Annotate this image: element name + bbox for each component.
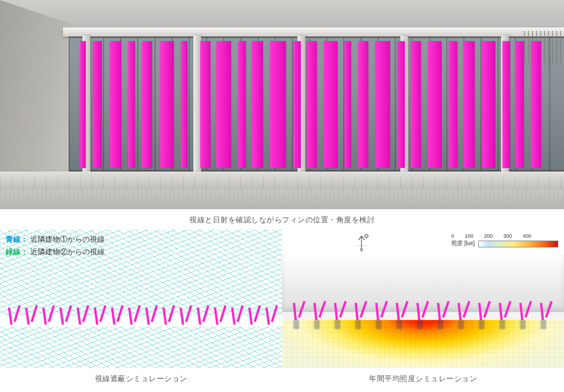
svg-line-10 (367, 234, 368, 235)
fin (293, 41, 301, 168)
plan-fin (231, 307, 236, 325)
fin (160, 41, 174, 168)
fin (80, 41, 86, 168)
fin-shadow (355, 320, 361, 329)
plan-fin (145, 307, 150, 325)
fin-shadow (520, 320, 526, 329)
fin-shadow (335, 320, 340, 329)
fin (128, 41, 135, 168)
lux-color-scale (478, 241, 558, 247)
plan-fin (416, 303, 420, 320)
sightline-caption: 視線遮蔽シミュレーション (0, 368, 282, 389)
plan-fin (519, 303, 523, 320)
fin (344, 41, 351, 168)
plan-fin (111, 307, 116, 325)
plan-fin (396, 303, 400, 320)
fin-shadow (458, 320, 464, 329)
legend-blue-label: 青線： (6, 235, 28, 243)
fin (515, 41, 524, 168)
fin (358, 41, 368, 168)
fin (375, 41, 390, 168)
fin-shadow (438, 320, 443, 329)
plan-fin (540, 303, 544, 320)
fascia (63, 27, 564, 37)
fin-shadow (417, 320, 423, 329)
svg-line-8 (367, 237, 368, 238)
lux-tick: 300 (503, 233, 512, 239)
fin (482, 41, 495, 168)
fin (110, 41, 121, 168)
fin (238, 41, 246, 168)
fin (142, 41, 152, 168)
fin-shadow (376, 320, 382, 329)
plan-fin (437, 303, 441, 320)
fin-shadow (396, 320, 402, 329)
plan-fin (59, 307, 64, 325)
top-caption: 視線と日射を確認しながらフィンの位置・角度を検討 (0, 209, 564, 230)
plan-fin (214, 307, 219, 325)
facade-render (0, 0, 564, 209)
plan-fin (293, 303, 297, 320)
legend-blue-text: 近隣建物①からの視線 (30, 235, 105, 243)
fin (93, 41, 102, 168)
fin (463, 41, 475, 168)
compass-letter: N (360, 248, 363, 252)
fin (397, 41, 405, 168)
fin (181, 41, 188, 168)
plan-fin (42, 307, 47, 325)
plan-fin (197, 307, 201, 325)
simulation-row: 青線： 近隣建物①からの視線 緑線： 近隣建物②からの視線 N (0, 230, 564, 368)
legend-green-label: 緑線： (6, 247, 28, 256)
upper-slab (0, 0, 564, 27)
plan-fin (478, 303, 482, 320)
fin (531, 41, 541, 168)
fin (502, 41, 510, 169)
fin (216, 41, 231, 168)
plan-fin (499, 303, 503, 320)
sightline-legend: 青線： 近隣建物①からの視線 緑線： 近隣建物②からの視線 (3, 232, 107, 259)
illuminance-caption: 年間平均照度シミュレーション (282, 368, 564, 389)
plan-fin (162, 307, 167, 325)
plan-fin (265, 307, 270, 325)
plan-fin (355, 303, 359, 320)
fin (428, 41, 442, 168)
lux-tick: 100 (465, 233, 474, 239)
fin-shadow (499, 320, 505, 329)
plan-fin (334, 303, 338, 320)
lower-storey (0, 190, 564, 209)
illuminance-legend: 0100200300400 照度 [lux] (451, 233, 558, 249)
lux-legend-title: 照度 [lux] (451, 239, 475, 247)
lux-tick: 0 (451, 233, 454, 239)
plan-fin (77, 307, 81, 325)
magenta-fins (80, 41, 564, 168)
lux-tick-labels: 0100200300400 (451, 233, 531, 239)
fin (448, 41, 457, 169)
lux-tick: 200 (484, 233, 492, 239)
fin (200, 41, 210, 168)
compass-icon: N (352, 233, 371, 253)
fin (411, 41, 421, 168)
plan-fin (248, 307, 253, 325)
svg-line-9 (365, 237, 366, 238)
fin (270, 41, 286, 168)
legend-green-text: 近隣建物②からの視線 (30, 247, 105, 256)
fin-shadow (293, 320, 299, 329)
plan-fin (458, 303, 462, 320)
fin (307, 41, 317, 168)
plan-fin (180, 307, 184, 325)
lux-tick: 400 (523, 233, 531, 239)
plan-fin (128, 307, 133, 325)
plan-fin (94, 307, 98, 325)
sightline-fins (0, 307, 282, 327)
fin (324, 41, 337, 168)
fin-shadow (479, 320, 484, 329)
fin (252, 41, 263, 168)
sightline-simulation: 青線： 近隣建物①からの視線 緑線： 近隣建物②からの視線 (0, 230, 282, 368)
plan-fin (313, 303, 317, 320)
svg-line-7 (365, 234, 366, 235)
fin-shadow (314, 320, 320, 329)
plan-fin (25, 307, 30, 325)
plan-fin (8, 307, 13, 325)
illuminance-simulation: N 0100200300400 照度 [lux] (282, 230, 564, 368)
plan-fin (375, 303, 379, 320)
